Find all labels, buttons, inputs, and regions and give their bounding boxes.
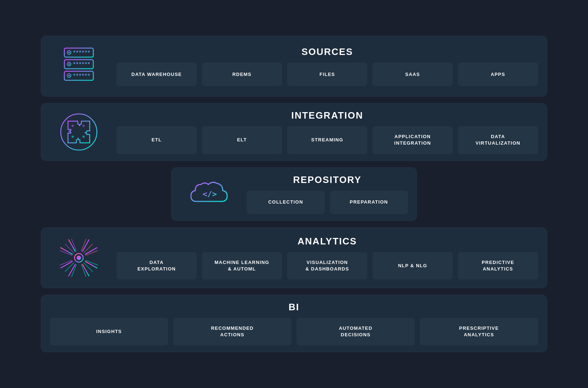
analytics-cards-row: DATAEXPLORATION MACHINE LEARNING& AUTOML… [116,252,538,280]
bi-title: BI [50,302,538,313]
cloud-code-icon: </> [184,174,234,214]
svg-rect-6 [82,51,84,52]
svg-rect-12 [73,62,75,64]
svg-rect-22 [76,74,78,76]
svg-line-54 [84,263,93,272]
bi-section: BI INSIGHTS RECOMMENDEDACTIONS AUTOMATED… [41,295,547,352]
sources-section: SOURCES DATA WAREHOUSE RDEMS FILES SAAS … [41,36,547,97]
svg-rect-14 [79,62,81,64]
svg-rect-15 [82,62,84,64]
svg-point-36 [82,136,85,138]
card-data-virtualization: DATAVIRTUALIZATION [458,126,538,154]
integration-icon-area [50,110,108,154]
analytics-icon-area [50,234,108,281]
repository-icon-area: </> [180,174,238,214]
bi-content: BI INSIGHTS RECOMMENDEDACTIONS AUTOMATED… [50,302,538,345]
integration-cards-row: ETL ELT STREAMING APPLICATIONINTEGRATION… [116,126,538,154]
svg-point-33 [72,125,74,127]
card-insights: INSIGHTS [50,318,168,345]
integration-title: INTEGRATION [116,110,538,121]
svg-rect-5 [79,51,81,52]
svg-point-30 [61,114,97,150]
card-preparation: PREPARATION [330,191,408,214]
puzzle-icon [57,110,101,154]
card-etl: ETL [116,126,197,154]
svg-rect-21 [73,74,75,76]
svg-rect-13 [76,62,78,64]
card-data-warehouse: DATA WAREHOUSE [116,63,197,86]
analytics-content: ANALYTICS DATAEXPLORATION MACHINE LEARNI… [116,236,538,280]
card-prescriptive-analytics: PRESCRIPTIVEANALYTICS [420,318,538,345]
card-recommended-actions: RECOMMENDEDACTIONS [173,318,291,345]
svg-rect-23 [79,74,81,76]
analytics-title: ANALYTICS [116,236,538,247]
card-collection: COLLECTION [247,191,325,214]
card-streaming: STREAMING [287,126,367,154]
svg-rect-24 [82,74,84,76]
svg-line-57 [65,263,74,272]
svg-point-63 [77,256,81,260]
svg-rect-16 [85,62,87,64]
sources-icon-area [50,43,108,90]
svg-rect-4 [76,51,78,52]
svg-line-51 [84,244,93,253]
bi-cards-row: INSIGHTS RECOMMENDEDACTIONS AUTOMATEDDEC… [50,318,538,345]
sources-title: SOURCES [116,46,538,57]
card-saas: SAAS [372,63,453,86]
repository-section: </> REPOSITORY COLLECTION PREPARATION [171,167,417,221]
svg-rect-7 [85,51,87,52]
card-visualization: VISUALIZATION& DASHBOARDS [287,252,367,280]
svg-rect-8 [88,51,90,52]
svg-point-11 [68,63,70,65]
svg-point-34 [82,125,85,127]
svg-rect-3 [73,51,75,52]
card-rdems: RDEMS [202,63,282,86]
analytics-section: ANALYTICS DATAEXPLORATION MACHINE LEARNI… [41,227,547,288]
integration-content: INTEGRATION ETL ELT STREAMING APPLICATIO… [116,110,538,154]
repository-content: REPOSITORY COLLECTION PREPARATION [247,174,408,214]
integration-section: INTEGRATION ETL ELT STREAMING APPLICATIO… [41,103,547,161]
card-nlp-nlg: NLP & NLG [372,252,453,280]
svg-point-2 [68,52,70,53]
svg-line-60 [65,244,74,253]
svg-rect-17 [88,62,90,64]
card-files: FILES [287,63,367,86]
repository-title: REPOSITORY [247,174,408,186]
repository-wrapper: </> REPOSITORY COLLECTION PREPARATION [41,167,547,221]
card-predictive-analytics: PREDICTIVEANALYTICS [458,252,538,280]
repository-cards-row: COLLECTION PREPARATION [247,191,408,214]
svg-rect-26 [88,74,90,76]
svg-rect-25 [85,74,87,76]
card-machine-learning: MACHINE LEARNING& AUTOML [202,252,282,280]
card-application-integration: APPLICATIONINTEGRATION [372,126,453,154]
starburst-icon [55,234,102,281]
card-apps: APPS [458,63,538,86]
sources-cards-row: DATA WAREHOUSE RDEMS FILES SAAS APPS [116,63,538,86]
diagram-container: SOURCES DATA WAREHOUSE RDEMS FILES SAAS … [41,36,547,352]
card-automated-decisions: AUTOMATEDDECISIONS [297,318,415,345]
repository-inner: </> REPOSITORY COLLECTION PREPARATION [180,174,408,214]
server-icon [55,43,102,90]
svg-point-35 [72,136,74,138]
svg-point-20 [68,75,70,76]
card-elt: ELT [202,126,282,154]
sources-content: SOURCES DATA WAREHOUSE RDEMS FILES SAAS … [116,46,538,86]
svg-text:</>: </> [203,189,217,199]
card-data-exploration: DATAEXPLORATION [116,252,197,280]
